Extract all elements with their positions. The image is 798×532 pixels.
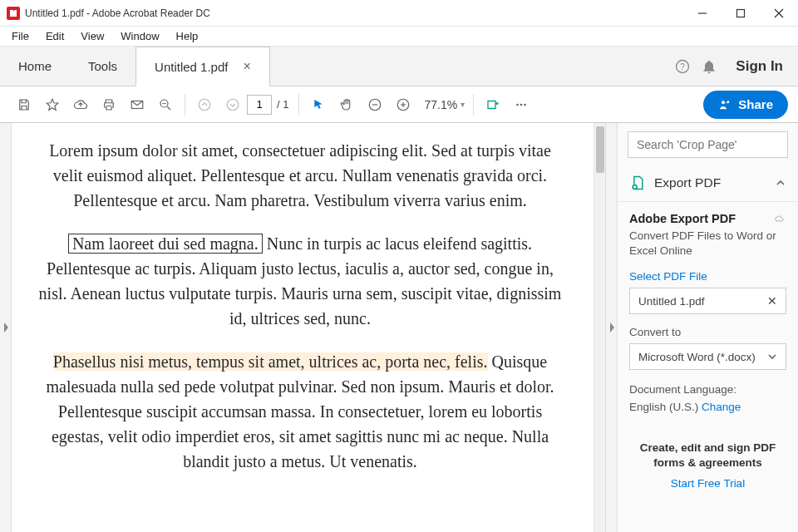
clear-file-icon[interactable]: ✕ bbox=[767, 294, 777, 308]
share-icon bbox=[718, 98, 732, 111]
tab-home[interactable]: Home bbox=[0, 47, 70, 86]
app-icon bbox=[7, 7, 20, 20]
svg-point-17 bbox=[516, 103, 519, 106]
hand-icon[interactable] bbox=[332, 91, 361, 119]
doclang-label: Document Language: bbox=[629, 383, 736, 396]
export-description: Convert PDF Files to Word or Excel Onlin… bbox=[629, 229, 786, 259]
menu-view[interactable]: View bbox=[72, 28, 112, 44]
boxed-text: Nam laoreet dui sed magna. bbox=[68, 234, 263, 254]
right-panel-toggle[interactable] bbox=[605, 123, 617, 532]
svg-point-11 bbox=[227, 99, 239, 111]
search-icon[interactable] bbox=[151, 91, 180, 119]
zoom-dropdown-icon[interactable]: ▾ bbox=[461, 100, 465, 109]
star-icon[interactable] bbox=[38, 91, 66, 119]
export-pdf-icon bbox=[629, 175, 646, 191]
menu-edit[interactable]: Edit bbox=[37, 28, 72, 44]
pointer-icon[interactable] bbox=[304, 91, 332, 119]
adobe-export-title: Adobe Export PDF bbox=[629, 212, 736, 225]
separator bbox=[185, 94, 185, 116]
separator bbox=[298, 94, 299, 116]
cloud-badge-icon bbox=[773, 213, 786, 224]
convert-format-dropdown[interactable]: Microsoft Word (*.docx) bbox=[629, 343, 786, 370]
promo-title: Create, edit and sign PDF forms & agreem… bbox=[634, 441, 781, 470]
share-label: Share bbox=[738, 97, 773, 111]
scrollbar[interactable] bbox=[594, 123, 605, 532]
separator bbox=[473, 94, 474, 116]
page-down-icon[interactable] bbox=[219, 91, 247, 119]
tab-current-file[interactable]: Untitled 1.pdf × bbox=[135, 47, 270, 86]
maximize-button[interactable] bbox=[722, 0, 760, 27]
svg-rect-1 bbox=[737, 9, 745, 17]
svg-point-20 bbox=[722, 101, 725, 104]
export-pdf-label: Export PDF bbox=[654, 175, 775, 190]
document-viewport[interactable]: Lorem ipsum dolor sit amet, consectetuer… bbox=[12, 123, 605, 532]
svg-line-8 bbox=[167, 106, 170, 110]
menu-window[interactable]: Window bbox=[112, 28, 167, 44]
tab-close-icon[interactable]: × bbox=[243, 59, 250, 74]
svg-point-19 bbox=[524, 103, 526, 106]
convert-to-label: Convert to bbox=[629, 326, 786, 338]
chevron-down-icon bbox=[767, 352, 777, 362]
change-language-link[interactable]: Change bbox=[702, 401, 741, 413]
cloud-icon[interactable] bbox=[66, 91, 95, 119]
selected-file-field[interactable]: Untitled 1.pdf ✕ bbox=[629, 288, 786, 314]
svg-text:?: ? bbox=[681, 62, 686, 71]
more-icon[interactable] bbox=[507, 91, 535, 119]
help-icon[interactable]: ? bbox=[674, 58, 691, 75]
save-icon[interactable] bbox=[10, 91, 38, 119]
zoom-in-icon[interactable] bbox=[389, 91, 417, 119]
zoom-level-label: 77.1% bbox=[424, 98, 457, 111]
chevron-up-icon bbox=[775, 177, 786, 189]
close-button[interactable] bbox=[760, 0, 798, 27]
menu-help[interactable]: Help bbox=[168, 28, 207, 44]
zoom-out-icon[interactable] bbox=[361, 91, 389, 119]
minimize-button[interactable] bbox=[683, 0, 722, 27]
print-icon[interactable] bbox=[95, 91, 123, 119]
tab-tools[interactable]: Tools bbox=[70, 47, 135, 86]
highlighted-text: Phasellus nisi metus, tempus sit amet, u… bbox=[53, 352, 488, 371]
email-icon[interactable] bbox=[123, 91, 151, 119]
share-button[interactable]: Share bbox=[703, 91, 788, 119]
tab-label: Untitled 1.pdf bbox=[155, 60, 228, 74]
paragraph: Lorem ipsum dolor sit amet, consectetuer… bbox=[35, 138, 565, 213]
fit-width-icon[interactable] bbox=[479, 91, 507, 119]
menu-file[interactable]: File bbox=[3, 28, 37, 44]
page-total-label: / 1 bbox=[277, 98, 288, 111]
sign-in-button[interactable]: Sign In bbox=[736, 58, 783, 75]
paragraph: Nam laoreet dui sed magna. Nunc in turpi… bbox=[35, 231, 565, 331]
page-up-icon[interactable] bbox=[190, 91, 219, 119]
start-trial-link[interactable]: Start Free Trial bbox=[634, 477, 781, 490]
svg-point-18 bbox=[520, 103, 523, 106]
paragraph: Phasellus nisi metus, tempus sit amet, u… bbox=[35, 349, 565, 474]
window-title: Untitled 1.pdf - Adobe Acrobat Reader DC bbox=[25, 7, 210, 19]
tools-search-input[interactable] bbox=[628, 131, 788, 158]
left-panel-toggle[interactable] bbox=[0, 123, 12, 532]
svg-point-10 bbox=[199, 99, 210, 111]
notifications-icon[interactable] bbox=[701, 58, 717, 75]
export-pdf-section[interactable]: Export PDF bbox=[618, 165, 798, 202]
select-file-label: Select PDF File bbox=[629, 270, 786, 283]
page-number-input[interactable] bbox=[247, 95, 272, 115]
doclang-value: English (U.S.) bbox=[629, 401, 702, 413]
scrollbar-thumb[interactable] bbox=[596, 126, 604, 173]
